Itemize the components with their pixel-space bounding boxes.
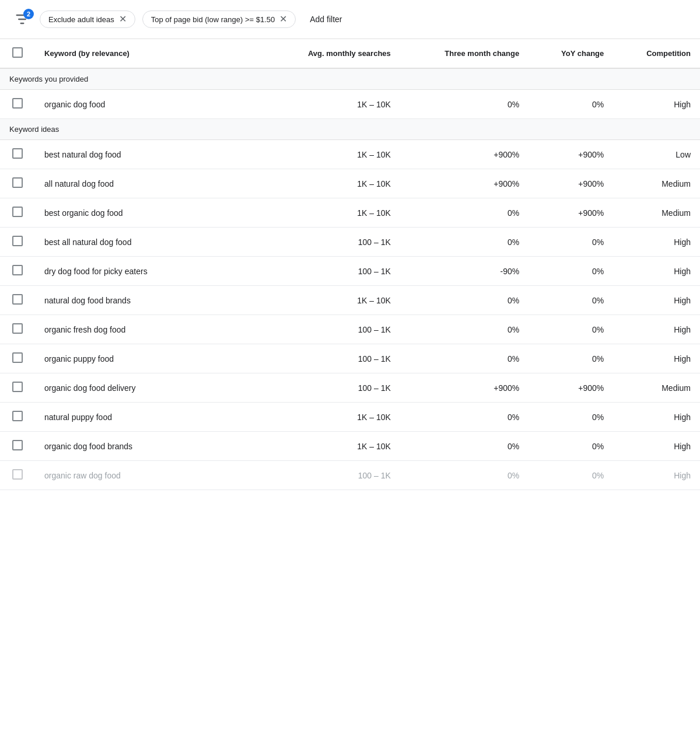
top-bar: 2 Exclude adult ideas ✕ Top of page bid … [0,0,700,39]
add-filter-button[interactable]: Add filter [303,11,349,27]
row-avg-monthly: 100 – 1K [260,228,400,257]
header-competition: Competition [613,39,700,68]
row-keyword: organic dog food [35,90,260,119]
row-yoy: +900% [528,169,613,198]
filter-chip-bid-close[interactable]: ✕ [279,15,287,24]
row-checkbox[interactable] [12,148,23,159]
row-checkbox-cell[interactable] [0,403,35,432]
row-three-month: 0% [400,461,528,490]
row-avg-monthly: 1K – 10K [260,286,400,315]
row-checkbox-cell[interactable] [0,461,35,490]
filter-icon-wrapper: 2 [14,11,30,27]
row-avg-monthly: 1K – 10K [260,403,400,432]
row-avg-monthly: 100 – 1K [260,461,400,490]
row-yoy: 0% [528,257,613,286]
row-checkbox-cell[interactable] [0,373,35,403]
header-keyword: Keyword (by relevance) [35,39,260,68]
row-keyword: all natural dog food [35,169,260,198]
row-checkbox-cell[interactable] [0,198,35,228]
row-yoy: 0% [528,344,613,373]
table-header-row: Keyword (by relevance) Avg. monthly sear… [0,39,700,68]
header-three-month: Three month change [400,39,528,68]
row-yoy: +900% [528,373,613,403]
filter-chip-bid[interactable]: Top of page bid (low range) >= $1.50 ✕ [142,11,296,28]
row-avg-monthly: 1K – 10K [260,198,400,228]
row-competition: High [613,461,700,490]
section-header-ideas: Keyword ideas [0,119,700,140]
section-header-provided: Keywords you provided [0,68,700,90]
row-competition: High [613,90,700,119]
row-three-month: +900% [400,140,528,169]
row-competition: High [613,315,700,344]
filter-chip-adult[interactable]: Exclude adult ideas ✕ [40,11,135,28]
row-yoy: +900% [528,198,613,228]
row-competition: High [613,344,700,373]
section-header-label-provided: Keywords you provided [0,68,700,90]
table-row: organic dog food brands1K – 10K0%0%High [0,432,700,461]
row-checkbox-cell[interactable] [0,315,35,344]
row-checkbox[interactable] [12,352,23,363]
row-checkbox-cell[interactable] [0,228,35,257]
row-keyword: best natural dog food [35,140,260,169]
row-competition: High [613,403,700,432]
row-checkbox[interactable] [12,236,23,246]
row-checkbox-cell[interactable] [0,257,35,286]
filter-chip-adult-label: Exclude adult ideas [48,15,114,24]
row-checkbox[interactable] [12,177,23,188]
table-row: natural puppy food1K – 10K0%0%High [0,403,700,432]
row-keyword: organic dog food brands [35,432,260,461]
row-yoy: 0% [528,403,613,432]
filter-chip-bid-label: Top of page bid (low range) >= $1.50 [151,15,275,24]
row-three-month: +900% [400,373,528,403]
row-three-month: 0% [400,90,528,119]
row-avg-monthly: 1K – 10K [260,169,400,198]
row-checkbox[interactable] [12,294,23,305]
row-checkbox-cell[interactable] [0,286,35,315]
row-checkbox[interactable] [12,440,23,450]
row-checkbox[interactable] [12,411,23,421]
row-checkbox-cell[interactable] [0,169,35,198]
header-checkbox-cell[interactable] [0,39,35,68]
row-competition: Medium [613,198,700,228]
row-three-month: -90% [400,257,528,286]
row-yoy: 0% [528,461,613,490]
row-checkbox[interactable] [12,323,23,334]
row-yoy: +900% [528,140,613,169]
row-keyword: organic dog food delivery [35,373,260,403]
row-checkbox-cell[interactable] [0,90,35,119]
row-keyword: organic fresh dog food [35,315,260,344]
row-yoy: 0% [528,90,613,119]
filter-badge: 2 [23,9,34,19]
row-checkbox[interactable] [12,382,23,392]
row-yoy: 0% [528,286,613,315]
row-competition: High [613,257,700,286]
filter-chip-adult-close[interactable]: ✕ [119,15,127,24]
row-avg-monthly: 100 – 1K [260,315,400,344]
table-row: organic dog food1K – 10K0%0%High [0,90,700,119]
table-row: all natural dog food1K – 10K+900%+900%Me… [0,169,700,198]
row-avg-monthly: 100 – 1K [260,344,400,373]
row-checkbox[interactable] [12,98,23,109]
row-checkbox[interactable] [12,265,23,275]
header-yoy: YoY change [528,39,613,68]
row-keyword: natural puppy food [35,403,260,432]
row-three-month: +900% [400,169,528,198]
row-checkbox-cell[interactable] [0,344,35,373]
row-three-month: 0% [400,344,528,373]
table-row: best organic dog food1K – 10K0%+900%Medi… [0,198,700,228]
row-three-month: 0% [400,403,528,432]
row-keyword: best organic dog food [35,198,260,228]
row-checkbox[interactable] [12,207,23,217]
row-yoy: 0% [528,228,613,257]
row-checkbox-cell[interactable] [0,432,35,461]
row-keyword: natural dog food brands [35,286,260,315]
keyword-table: Keyword (by relevance) Avg. monthly sear… [0,39,700,490]
row-keyword: dry dog food for picky eaters [35,257,260,286]
select-all-checkbox[interactable] [12,47,23,58]
table-row: organic fresh dog food100 – 1K0%0%High [0,315,700,344]
row-keyword: organic puppy food [35,344,260,373]
row-checkbox-cell[interactable] [0,140,35,169]
table-row: natural dog food brands1K – 10K0%0%High [0,286,700,315]
row-checkbox[interactable] [12,469,23,480]
header-avg-monthly: Avg. monthly searches [260,39,400,68]
